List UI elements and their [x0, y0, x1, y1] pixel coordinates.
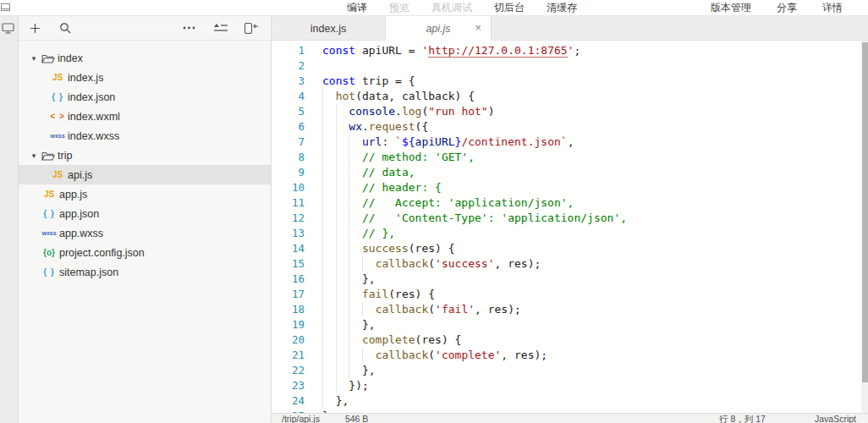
line-number[interactable]: 5 — [272, 104, 305, 119]
line-number[interactable]: 11 — [272, 195, 305, 211]
code-line-1[interactable]: 1const apiURL = 'http://127.0.0.1:8765'; — [272, 43, 868, 58]
code-line-17[interactable]: 17 fail(res) { — [272, 287, 868, 302]
simulator-toggle-icon[interactable] — [2, 23, 14, 34]
tree-file-app.json[interactable]: { }app.json — [19, 204, 271, 223]
menu-device-debug[interactable]: 真机调试 — [431, 1, 472, 15]
token-function: request — [369, 120, 415, 133]
tree-file-index.json[interactable]: { }index.json — [19, 87, 271, 107]
code-line-5[interactable]: 5 console.log("run hot") — [272, 104, 868, 119]
line-number[interactable]: 4 — [272, 89, 305, 104]
line-number[interactable]: 2 — [272, 58, 305, 74]
line-number[interactable]: 22 — [272, 363, 305, 378]
collapse-sidebar-icon[interactable] — [244, 21, 259, 35]
menu-compile[interactable]: 编译 — [347, 1, 367, 15]
menu-clear-cache[interactable]: 清缓存 — [547, 1, 577, 15]
tree-item-label: sitemap.json — [59, 266, 118, 278]
indent-guide — [349, 287, 349, 302]
code-line-3[interactable]: 3const trip = { — [272, 74, 868, 89]
line-number[interactable]: 20 — [272, 332, 305, 348]
code-line-21[interactable]: 21 callback('complete', res); — [272, 348, 868, 363]
menu-share[interactable]: 分享 — [777, 1, 797, 15]
line-number[interactable]: 3 — [272, 74, 305, 89]
code-line-19[interactable]: 19 }, — [272, 317, 868, 332]
code-line-7[interactable]: 7 url: `${apiURL}/continent.json`, — [272, 135, 868, 150]
menu-details[interactable]: 详情 — [822, 1, 843, 15]
tree-file-api.js[interactable]: JSapi.js — [19, 165, 271, 184]
line-number[interactable]: 18 — [272, 302, 305, 317]
add-file-icon[interactable] — [27, 21, 42, 35]
token-plain: ( — [428, 257, 435, 270]
token-function: callback — [376, 257, 429, 270]
menu-version-management[interactable]: 版本管理 — [711, 1, 751, 15]
scrollbar-thumb[interactable] — [862, 42, 868, 382]
code-editor[interactable]: 1const apiURL = 'http://127.0.0.1:8765';… — [272, 41, 868, 415]
window-layout-icon[interactable] — [1, 3, 10, 11]
code-line-4[interactable]: 4 hot(data, callback) { — [272, 89, 868, 104]
tree-file-index.wxml[interactable]: < >index.wxml — [19, 107, 271, 126]
sidebar-toolbar — [19, 16, 271, 41]
line-number[interactable]: 10 — [272, 180, 305, 195]
menu-preview[interactable]: 预览 — [389, 1, 409, 15]
line-number[interactable]: 7 — [272, 135, 305, 150]
line-number[interactable]: 21 — [272, 348, 305, 363]
triangle-down-icon[interactable]: ▾ — [28, 54, 40, 63]
tree-file-app.js[interactable]: JSapp.js — [19, 184, 271, 204]
tab-close-icon[interactable]: × — [475, 21, 481, 35]
code-line-16[interactable]: 16 }, — [272, 272, 868, 287]
code-line-18[interactable]: 18 callback('fail', res); — [272, 302, 868, 317]
tree-file-sitemap.json[interactable]: { }sitemap.json — [19, 262, 271, 282]
tree-file-app.wxss[interactable]: wxssapp.wxss — [19, 223, 271, 243]
code-line-6[interactable]: 6 wx.request({ — [272, 119, 868, 135]
line-number[interactable]: 1 — [272, 43, 305, 58]
triangle-down-icon[interactable]: ▾ — [28, 151, 40, 160]
line-number[interactable]: 19 — [272, 317, 305, 332]
line-number[interactable]: 17 — [272, 287, 305, 302]
token-plain — [322, 151, 362, 163]
code-line-20[interactable]: 20 complete(res) { — [272, 332, 868, 348]
line-number[interactable]: 9 — [272, 165, 305, 180]
indent-guide — [322, 348, 323, 363]
indent-guide — [336, 165, 337, 180]
line-number[interactable]: 13 — [272, 226, 305, 241]
line-number[interactable]: 6 — [272, 119, 305, 135]
code-line-23[interactable]: 23 }); — [272, 378, 868, 393]
menu-switch-background[interactable]: 切后台 — [494, 1, 525, 15]
tab-api.js[interactable]: api.js× — [386, 16, 492, 41]
tree-folder-index[interactable]: ▾index — [19, 48, 271, 68]
tree-file-index.js[interactable]: JSindex.js — [19, 68, 271, 87]
line-number[interactable]: 16 — [272, 272, 305, 287]
status-file-path: /trip/api.js — [282, 414, 320, 423]
code-line-15[interactable]: 15 callback('success', res); — [272, 256, 868, 272]
token-plain: , res); — [501, 349, 547, 361]
code-line-2[interactable]: 2 — [272, 58, 868, 74]
token-plain: (data, callback) { — [355, 90, 475, 102]
tree-folder-trip[interactable]: ▾trip — [19, 146, 271, 165]
tree-file-index.wxss[interactable]: wxssindex.wxss — [19, 126, 271, 146]
code-line-22[interactable]: 22 }, — [272, 363, 868, 378]
editor-scrollbar[interactable] — [861, 41, 868, 413]
line-number[interactable]: 24 — [272, 393, 305, 409]
token-url: http://127.0.0.1:8765 — [428, 44, 567, 58]
more-options-icon[interactable] — [181, 21, 196, 35]
line-number[interactable]: 23 — [272, 378, 305, 393]
js-file-icon: JS — [40, 190, 58, 199]
tree-file-project.config.json[interactable]: {o}project.config.json — [19, 243, 271, 262]
line-number[interactable]: 8 — [272, 150, 305, 165]
code-line-8[interactable]: 8 // method: 'GET', — [272, 150, 868, 165]
code-line-9[interactable]: 9 // data, — [272, 165, 868, 180]
token-function: fail — [362, 288, 388, 300]
line-number[interactable]: 15 — [272, 256, 305, 272]
status-language[interactable]: JavaScript — [815, 414, 856, 423]
status-cursor-position[interactable]: 行 8，列 17 — [719, 414, 766, 423]
sort-files-icon[interactable] — [213, 21, 228, 35]
code-line-11[interactable]: 11 // Accept: 'application/json', — [272, 195, 868, 211]
code-line-12[interactable]: 12 // 'Content-Type': 'application/json'… — [272, 211, 868, 226]
line-number[interactable]: 12 — [272, 211, 305, 226]
search-icon[interactable] — [58, 21, 73, 35]
code-line-10[interactable]: 10 // header: { — [272, 180, 868, 195]
code-line-14[interactable]: 14 success(res) { — [272, 241, 868, 256]
line-number[interactable]: 14 — [272, 241, 305, 256]
code-line-13[interactable]: 13 // }, — [272, 226, 868, 241]
code-line-24[interactable]: 24 }, — [272, 393, 868, 409]
tab-index.js[interactable]: index.js — [272, 16, 386, 41]
